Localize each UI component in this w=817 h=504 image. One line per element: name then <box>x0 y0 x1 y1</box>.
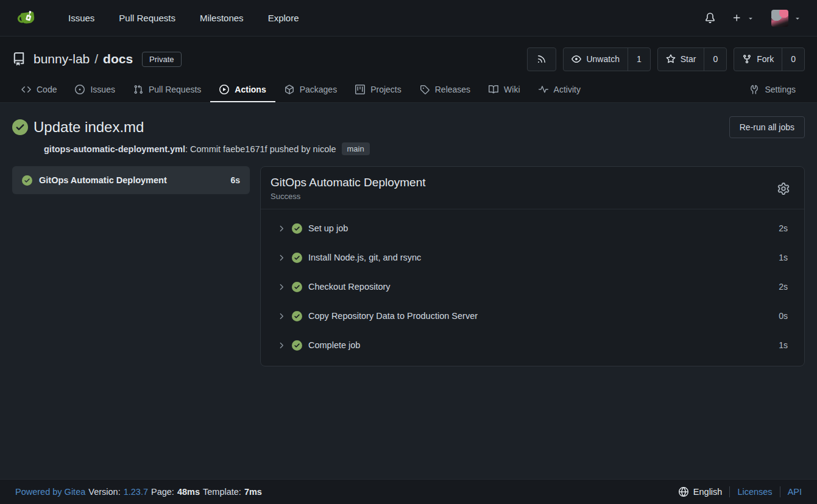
tab-wiki[interactable]: Wiki <box>479 77 529 102</box>
step-row-install-node[interactable]: Install Node.js, git, and rsync 1s <box>261 243 804 272</box>
template-time: 7ms <box>244 487 262 497</box>
chevron-down-icon <box>747 15 754 22</box>
page-time: 48ms <box>177 487 200 497</box>
tab-label: Activity <box>554 85 581 94</box>
run-title-wrap: Update index.md <box>12 119 144 136</box>
step-duration: 1s <box>779 253 788 262</box>
nav-link-issues[interactable]: Issues <box>56 13 107 23</box>
private-badge: Private <box>142 52 181 67</box>
notifications-button[interactable] <box>705 13 715 23</box>
star-label: Star <box>681 54 696 64</box>
create-new-menu[interactable] <box>732 13 754 23</box>
unwatch-button[interactable]: Unwatch <box>564 48 627 71</box>
star-icon <box>666 54 676 64</box>
chevron-right-icon <box>277 224 286 233</box>
step-duration: 2s <box>779 223 788 233</box>
nav-link-milestones[interactable]: Milestones <box>188 13 256 23</box>
jobs-sidebar: GitOps Automatic Deployment 6s <box>12 166 250 194</box>
tab-activity[interactable]: Activity <box>529 77 590 102</box>
chevron-right-icon <box>277 312 286 321</box>
gear-icon[interactable] <box>777 183 790 195</box>
avatar[interactable] <box>771 10 788 27</box>
tab-label: Settings <box>765 85 796 94</box>
tab-label: Code <box>37 85 57 94</box>
footer-divider <box>729 486 730 497</box>
check-circle-icon <box>292 340 302 351</box>
language-label: English <box>693 487 723 497</box>
book-icon <box>489 85 498 94</box>
stars-count[interactable]: 0 <box>704 48 726 71</box>
fork-button-group: Fork 0 <box>734 47 805 71</box>
actions-run-view: Update index.md Re-run all jobs gitops-a… <box>0 103 817 479</box>
tools-icon <box>749 85 759 94</box>
step-row-setup-job[interactable]: Set up job 2s <box>261 214 804 243</box>
licenses-link[interactable]: Licenses <box>737 487 772 497</box>
workflow-file-link[interactable]: gitops-automatic-deployment.yml <box>44 144 185 154</box>
job-detail-panel: GitOps Automatic Deployment Success Set … <box>260 166 805 366</box>
nav-link-explore[interactable]: Explore <box>256 13 311 23</box>
step-row-checkout-repository[interactable]: Checkout Repository 2s <box>261 272 804 301</box>
api-link[interactable]: API <box>788 487 802 497</box>
job-panel-header: GitOps Automatic Deployment Success <box>261 167 804 209</box>
repo-icon <box>12 52 26 66</box>
step-row-complete-job[interactable]: Complete job 1s <box>261 331 804 360</box>
page-label: Page: <box>151 487 174 497</box>
footer-left: Powered by Gitea Version: 1.23.7 Page: 4… <box>15 487 262 497</box>
git-pull-request-icon <box>133 85 143 94</box>
gitea-logo-icon[interactable] <box>17 7 38 29</box>
step-duration: 1s <box>779 340 788 350</box>
tab-actions[interactable]: Actions <box>210 77 275 102</box>
fork-label: Fork <box>757 54 774 64</box>
job-list-item-selected[interactable]: GitOps Automatic Deployment 6s <box>12 166 250 194</box>
step-row-copy-repository-data[interactable]: Copy Repository Data to Production Serve… <box>261 301 804 331</box>
globe-icon <box>679 487 688 497</box>
version-label: Version: <box>88 487 120 497</box>
step-duration: 0s <box>779 311 788 321</box>
version-link[interactable]: 1.23.7 <box>124 487 148 497</box>
nav-link-pull-requests[interactable]: Pull Requests <box>107 13 188 23</box>
repo-title-separator: / <box>94 52 98 66</box>
run-title: Update index.md <box>34 119 144 136</box>
rss-button[interactable] <box>527 47 556 71</box>
repo-owner-link[interactable]: bunny-lab <box>34 52 90 66</box>
fork-button[interactable]: Fork <box>734 48 782 71</box>
tab-label: Packages <box>300 85 337 94</box>
tab-code[interactable]: Code <box>12 77 66 102</box>
chevron-right-icon <box>277 282 286 292</box>
forks-count[interactable]: 0 <box>782 48 804 71</box>
template-label: Template: <box>203 487 241 497</box>
unwatch-label: Unwatch <box>586 54 619 64</box>
step-name: Complete job <box>308 340 773 350</box>
tab-projects[interactable]: Projects <box>346 77 411 102</box>
tab-label: Actions <box>235 85 266 94</box>
language-selector[interactable]: English <box>679 487 723 497</box>
repo-action-buttons: Unwatch 1 Star 0 Fork 0 <box>527 47 805 71</box>
job-duration: 6s <box>230 175 240 185</box>
tab-packages[interactable]: Packages <box>275 77 346 102</box>
check-circle-icon <box>292 253 302 263</box>
chevron-right-icon <box>277 253 286 262</box>
tab-settings[interactable]: Settings <box>740 77 805 102</box>
powered-by-gitea-link[interactable]: Powered by Gitea <box>15 487 85 497</box>
rerun-all-jobs-button[interactable]: Re-run all jobs <box>729 116 805 138</box>
package-icon <box>285 85 294 94</box>
star-button[interactable]: Star <box>658 48 704 71</box>
repo-title-row: bunny-lab / docs Private Unwatch 1 <box>12 46 805 72</box>
tab-label: Pull Requests <box>149 85 201 94</box>
tab-releases[interactable]: Releases <box>411 77 479 102</box>
watchers-count[interactable]: 1 <box>628 48 650 71</box>
bell-icon <box>705 13 715 23</box>
plus-icon <box>732 13 741 23</box>
gitea-actions-page: Issues Pull Requests Milestones Explore … <box>0 0 817 504</box>
fork-icon <box>742 54 752 64</box>
run-header: Update index.md Re-run all jobs <box>12 116 805 138</box>
repo-name-link[interactable]: docs <box>103 52 133 66</box>
job-panel-title: GitOps Automatic Deployment <box>271 176 426 189</box>
tab-issues[interactable]: Issues <box>66 77 124 102</box>
user-menu[interactable] <box>771 10 801 27</box>
step-duration: 2s <box>779 282 788 292</box>
footer-right: English Licenses API <box>679 486 802 497</box>
issue-opened-icon <box>75 85 85 94</box>
tab-pull-requests[interactable]: Pull Requests <box>124 77 210 102</box>
branch-badge[interactable]: main <box>342 142 370 155</box>
